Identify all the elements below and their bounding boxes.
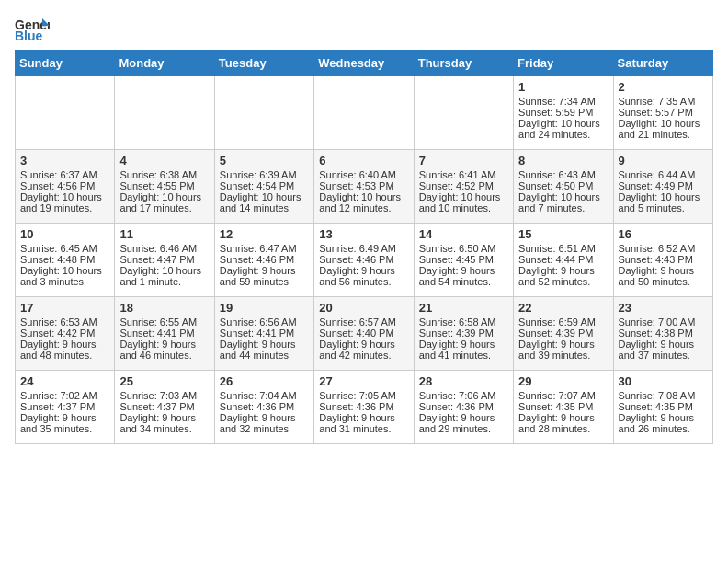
day-number: 11 xyxy=(119,227,209,241)
day-number: 29 xyxy=(518,374,608,388)
day-info-line: Sunset: 4:38 PM xyxy=(619,327,708,339)
calendar-cell: 17Sunrise: 6:53 AMSunset: 4:42 PMDayligh… xyxy=(16,297,115,371)
calendar-header-cell: Sunday xyxy=(16,51,115,76)
calendar-cell: 30Sunrise: 7:08 AMSunset: 4:35 PMDayligh… xyxy=(613,371,712,444)
day-number: 16 xyxy=(619,227,708,241)
day-number: 30 xyxy=(619,374,708,388)
day-info-line: Sunset: 4:37 PM xyxy=(20,401,109,412)
day-info-line: Sunset: 4:35 PM xyxy=(619,401,708,412)
day-info-line: Daylight: 10 hours and 12 minutes. xyxy=(319,191,408,213)
day-info-line: Sunrise: 7:07 AM xyxy=(518,390,608,401)
day-info-line: Daylight: 10 hours and 10 minutes. xyxy=(419,191,508,213)
day-info-line: Daylight: 10 hours and 7 minutes. xyxy=(518,191,608,213)
day-info-line: Sunset: 4:54 PM xyxy=(220,180,309,191)
calendar-cell xyxy=(214,76,313,150)
day-info-line: Daylight: 9 hours and 54 minutes. xyxy=(419,265,508,287)
day-info-line: Sunrise: 6:40 AM xyxy=(319,169,408,180)
day-info-line: Sunrise: 6:46 AM xyxy=(119,243,209,254)
calendar-week-row: 24Sunrise: 7:02 AMSunset: 4:37 PMDayligh… xyxy=(16,371,713,444)
day-info-line: Sunset: 4:44 PM xyxy=(518,254,608,265)
calendar-header-cell: Thursday xyxy=(414,51,513,76)
day-info-line: Sunrise: 6:38 AM xyxy=(119,169,209,180)
day-info-line: Sunrise: 7:00 AM xyxy=(619,316,708,327)
day-number: 7 xyxy=(419,154,508,167)
calendar-cell: 6Sunrise: 6:40 AMSunset: 4:53 PMDaylight… xyxy=(314,150,414,224)
day-number: 15 xyxy=(518,227,608,241)
logo-icon: General Blue xyxy=(15,15,50,42)
day-number: 1 xyxy=(518,80,608,94)
day-info-line: Sunrise: 6:56 AM xyxy=(220,316,309,327)
day-info-line: Sunset: 4:50 PM xyxy=(518,180,608,191)
day-info-line: Sunrise: 6:53 AM xyxy=(20,316,109,327)
calendar-cell: 22Sunrise: 6:59 AMSunset: 4:39 PMDayligh… xyxy=(514,297,613,371)
day-number: 20 xyxy=(319,301,408,315)
day-number: 21 xyxy=(419,301,508,315)
day-number: 5 xyxy=(220,154,309,167)
day-info-line: Daylight: 10 hours and 17 minutes. xyxy=(119,191,209,213)
day-info-line: Daylight: 9 hours and 59 minutes. xyxy=(220,265,309,287)
calendar-cell: 2Sunrise: 7:35 AMSunset: 5:57 PMDaylight… xyxy=(613,76,712,150)
day-info-line: Sunset: 4:37 PM xyxy=(119,401,209,412)
calendar-week-row: 10Sunrise: 6:45 AMSunset: 4:48 PMDayligh… xyxy=(16,224,713,297)
day-info-line: Sunset: 4:41 PM xyxy=(220,327,309,339)
calendar-cell: 27Sunrise: 7:05 AMSunset: 4:36 PMDayligh… xyxy=(314,371,414,444)
day-number: 2 xyxy=(619,80,708,94)
day-info-line: Daylight: 10 hours and 21 minutes. xyxy=(619,118,708,140)
day-number: 13 xyxy=(319,227,408,241)
day-info-line: Sunset: 4:43 PM xyxy=(619,254,708,265)
calendar-cell: 9Sunrise: 6:44 AMSunset: 4:49 PMDaylight… xyxy=(613,150,712,224)
calendar-cell: 20Sunrise: 6:57 AMSunset: 4:40 PMDayligh… xyxy=(314,297,414,371)
day-info-line: Sunrise: 7:35 AM xyxy=(619,96,708,107)
calendar-cell: 28Sunrise: 7:06 AMSunset: 4:36 PMDayligh… xyxy=(414,371,513,444)
day-number: 6 xyxy=(319,154,408,167)
day-number: 14 xyxy=(419,227,508,241)
calendar-cell: 15Sunrise: 6:51 AMSunset: 4:44 PMDayligh… xyxy=(514,224,613,297)
day-info-line: Sunset: 4:52 PM xyxy=(419,180,508,191)
day-info-line: Daylight: 9 hours and 52 minutes. xyxy=(518,265,608,287)
calendar-header-cell: Wednesday xyxy=(314,51,414,76)
calendar-body: 1Sunrise: 7:34 AMSunset: 5:59 PMDaylight… xyxy=(16,76,713,444)
day-info-line: Sunset: 4:49 PM xyxy=(619,180,708,191)
day-info-line: Sunrise: 6:52 AM xyxy=(619,243,708,254)
day-number: 10 xyxy=(20,227,109,241)
day-info-line: Sunset: 4:39 PM xyxy=(518,327,608,339)
day-info-line: Sunset: 4:46 PM xyxy=(319,254,408,265)
calendar-cell xyxy=(115,76,214,150)
day-info-line: Sunset: 4:39 PM xyxy=(419,327,508,339)
day-info-line: Sunrise: 7:03 AM xyxy=(119,390,209,401)
day-info-line: Sunrise: 6:50 AM xyxy=(419,243,508,254)
day-info-line: Sunset: 4:45 PM xyxy=(419,254,508,265)
day-number: 22 xyxy=(518,301,608,315)
day-info-line: Sunrise: 6:47 AM xyxy=(220,243,309,254)
day-info-line: Daylight: 10 hours and 5 minutes. xyxy=(619,191,708,213)
day-info-line: Sunrise: 7:04 AM xyxy=(220,390,309,401)
calendar-cell: 18Sunrise: 6:55 AMSunset: 4:41 PMDayligh… xyxy=(115,297,214,371)
page-header: General Blue xyxy=(15,15,713,42)
day-info-line: Daylight: 10 hours and 14 minutes. xyxy=(220,191,309,213)
day-info-line: Sunrise: 7:06 AM xyxy=(419,390,508,401)
day-info-line: Daylight: 10 hours and 24 minutes. xyxy=(518,118,608,140)
calendar-cell: 3Sunrise: 6:37 AMSunset: 4:56 PMDaylight… xyxy=(16,150,115,224)
calendar-cell: 19Sunrise: 6:56 AMSunset: 4:41 PMDayligh… xyxy=(214,297,313,371)
day-info-line: Daylight: 9 hours and 28 minutes. xyxy=(518,412,608,434)
calendar-header-row: SundayMondayTuesdayWednesdayThursdayFrid… xyxy=(16,51,713,76)
day-info-line: Sunset: 4:36 PM xyxy=(220,401,309,412)
day-info-line: Sunset: 4:56 PM xyxy=(20,180,109,191)
day-info-line: Sunrise: 6:55 AM xyxy=(119,316,209,327)
calendar-cell: 23Sunrise: 7:00 AMSunset: 4:38 PMDayligh… xyxy=(613,297,712,371)
calendar-cell: 25Sunrise: 7:03 AMSunset: 4:37 PMDayligh… xyxy=(115,371,214,444)
day-info-line: Sunrise: 6:45 AM xyxy=(20,243,109,254)
calendar-header-cell: Monday xyxy=(115,51,214,76)
calendar-header-cell: Saturday xyxy=(613,51,712,76)
day-info-line: Daylight: 9 hours and 32 minutes. xyxy=(220,412,309,434)
calendar-cell: 1Sunrise: 7:34 AMSunset: 5:59 PMDaylight… xyxy=(514,76,613,150)
day-info-line: Sunrise: 6:44 AM xyxy=(619,169,708,180)
day-info-line: Daylight: 10 hours and 3 minutes. xyxy=(20,265,109,287)
day-number: 25 xyxy=(119,374,209,388)
calendar-cell xyxy=(414,76,513,150)
day-number: 23 xyxy=(619,301,708,315)
day-info-line: Sunrise: 6:43 AM xyxy=(518,169,608,180)
day-info-line: Daylight: 9 hours and 42 minutes. xyxy=(319,339,408,361)
calendar-cell: 29Sunrise: 7:07 AMSunset: 4:35 PMDayligh… xyxy=(514,371,613,444)
day-info-line: Sunrise: 7:02 AM xyxy=(20,390,109,401)
